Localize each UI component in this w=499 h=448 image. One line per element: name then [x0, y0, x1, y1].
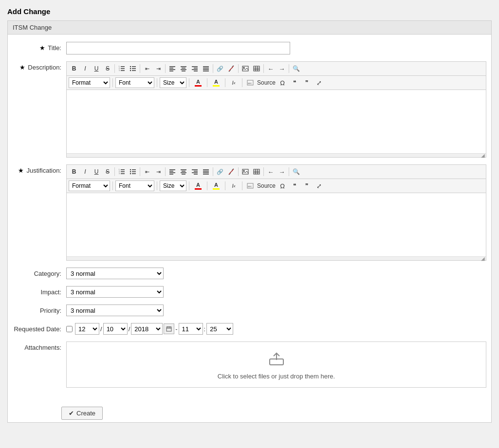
description-font-select[interactable]: Font — [115, 77, 154, 88]
attachments-label: Attachments: — [13, 341, 66, 351]
description-unordered-list-btn[interactable] — [128, 63, 138, 74]
description-quote-btn[interactable]: ❝ — [289, 77, 300, 88]
svg-rect-78 — [166, 327, 171, 331]
description-redo-btn[interactable]: → — [277, 63, 287, 74]
description-link-btn[interactable]: 🔗 — [215, 63, 225, 74]
requested-date-field-wrapper: 123456789101112 / 1234567891011121314151… — [66, 323, 486, 335]
justification-table-btn[interactable] — [251, 166, 262, 177]
justification-unquote-btn[interactable]: ❞ — [301, 180, 312, 191]
create-button[interactable]: ✔ Create — [61, 407, 103, 420]
impact-select[interactable]: 3 normal — [66, 286, 164, 298]
justification-indent-btn[interactable]: ⇥ — [153, 166, 164, 177]
description-outdent-btn[interactable]: ⇤ — [142, 63, 152, 74]
description-image-btn[interactable] — [240, 63, 251, 74]
description-find-btn[interactable]: 🔍 — [291, 63, 301, 74]
justification-bg-color-btn[interactable]: A — [210, 180, 222, 191]
card-body: ★ Title: ★ Description: B — [8, 35, 491, 402]
minute-select[interactable]: 0510152025303540455055 — [206, 323, 233, 335]
justification-align-left-btn[interactable] — [167, 166, 178, 177]
svg-rect-32 — [254, 66, 259, 71]
justification-image-btn[interactable] — [240, 166, 251, 177]
justification-source-label: Source — [257, 182, 276, 189]
justification-bold-btn[interactable]: B — [69, 166, 79, 177]
justification-toolbar-row1: B I U S 1.2.3. ⇤ — [67, 165, 486, 179]
justification-undo-btn[interactable]: ← — [265, 166, 276, 177]
description-bg-color-btn[interactable]: A — [210, 77, 222, 88]
priority-select[interactable]: 3 normal — [66, 305, 164, 316]
justification-quote-btn[interactable]: ❝ — [289, 180, 300, 191]
sep3 — [165, 64, 166, 73]
justification-find-btn[interactable]: 🔍 — [291, 166, 301, 177]
description-format-select[interactable]: Format — [69, 77, 110, 88]
description-editor-wrapper: B I U S 1.2.3. ⇤ — [66, 61, 486, 158]
justification-source-btn[interactable]: src — [245, 180, 256, 191]
justification-strikethrough-btn[interactable]: S — [102, 166, 113, 177]
justification-unordered-list-btn[interactable] — [128, 166, 138, 177]
description-align-right-btn[interactable] — [189, 63, 200, 74]
calendar-icon-btn[interactable] — [164, 323, 174, 334]
description-italic-btn[interactable]: I — [80, 63, 91, 74]
justification-label: ★ Justification: — [13, 164, 66, 174]
category-select[interactable]: 3 normal — [66, 268, 164, 279]
justification-clear-format-btn[interactable]: Ix — [228, 180, 240, 191]
description-unquote-btn[interactable]: ❞ — [301, 77, 312, 88]
description-strikethrough-btn[interactable]: S — [102, 63, 113, 74]
svg-text:src: src — [248, 82, 252, 85]
justification-font-color-btn[interactable]: A — [192, 180, 204, 191]
description-editor-body[interactable] — [67, 90, 486, 153]
justification-format-select[interactable]: Format — [69, 180, 110, 191]
day-select[interactable]: 1234567891011121314151617181920212223242… — [103, 323, 128, 335]
month-select[interactable]: 123456789101112 — [75, 323, 99, 335]
jsep3 — [165, 167, 166, 176]
justification-font-select[interactable]: Font — [115, 180, 154, 191]
description-ordered-list-btn[interactable]: 1.2.3. — [116, 63, 127, 74]
justification-redo-btn[interactable]: → — [277, 166, 287, 177]
justification-editor-body[interactable] — [67, 193, 486, 256]
jsep8 — [112, 181, 113, 190]
description-align-center-btn[interactable] — [178, 63, 189, 74]
category-label: Category: — [13, 268, 66, 277]
description-table-btn[interactable] — [251, 63, 262, 74]
description-bold-btn[interactable]: B — [69, 63, 79, 74]
description-align-justify-btn[interactable] — [201, 63, 211, 74]
date-checkbox[interactable] — [66, 326, 73, 332]
justification-fullscreen-btn[interactable]: ⤢ — [314, 180, 324, 191]
title-input[interactable] — [66, 42, 290, 54]
justification-italic-btn[interactable]: I — [80, 166, 91, 177]
description-underline-btn[interactable]: U — [91, 63, 102, 74]
priority-label: Priority: — [13, 305, 66, 314]
justification-align-center-btn[interactable] — [178, 166, 189, 177]
description-source-btn[interactable]: src — [245, 77, 256, 88]
hour-select[interactable]: 01234567891011121314151617181920212223 — [179, 323, 203, 335]
svg-point-70 — [243, 170, 245, 172]
upload-icon — [268, 349, 285, 370]
description-undo-btn[interactable]: ← — [265, 63, 276, 74]
description-size-select[interactable]: Size — [160, 77, 186, 88]
justification-resize-handle: ◢ — [67, 256, 486, 260]
justification-unlink-btn[interactable] — [226, 166, 237, 177]
description-clear-format-btn[interactable]: Ix — [228, 77, 240, 88]
description-unlink-btn[interactable] — [226, 63, 237, 74]
attachments-dropzone[interactable]: Click to select files or just drop them … — [66, 341, 486, 388]
justification-outdent-btn[interactable]: ⇤ — [142, 166, 152, 177]
description-align-left-btn[interactable] — [167, 63, 178, 74]
justification-toolbar-row2: Format Font Size — [67, 179, 486, 193]
sep11 — [207, 78, 207, 87]
justification-underline-btn[interactable]: U — [91, 166, 102, 177]
description-omega-btn[interactable]: Ω — [277, 77, 288, 88]
justification-align-justify-btn[interactable] — [201, 166, 211, 177]
justification-size-select[interactable]: Size — [160, 180, 186, 191]
description-toolbar-row1: B I U S 1.2.3. ⇤ — [67, 62, 486, 76]
sep10 — [189, 78, 189, 87]
description-font-color-btn[interactable]: A — [192, 77, 204, 88]
sep13 — [242, 78, 242, 87]
year-select[interactable]: 20162017201820192020 — [131, 323, 163, 335]
justification-omega-btn[interactable]: Ω — [277, 180, 288, 191]
title-required-star: ★ — [39, 44, 45, 52]
justification-align-right-btn[interactable] — [189, 166, 200, 177]
description-indent-btn[interactable]: ⇥ — [153, 63, 164, 74]
jsep12 — [225, 181, 225, 190]
justification-ordered-list-btn[interactable]: 1.2.3. — [116, 166, 127, 177]
justification-link-btn[interactable]: 🔗 — [215, 166, 225, 177]
description-fullscreen-btn[interactable]: ⤢ — [314, 77, 324, 88]
